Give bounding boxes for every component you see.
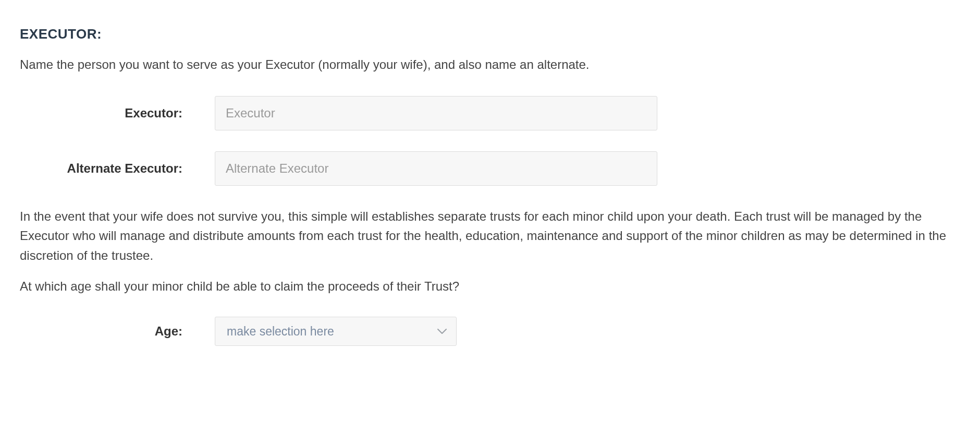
executor-input[interactable] xyxy=(215,96,657,130)
age-select-wrapper: make selection here xyxy=(215,317,457,346)
alternate-executor-input[interactable] xyxy=(215,151,657,186)
trust-description-text: In the event that your wife does not sur… xyxy=(20,207,960,265)
alternate-executor-label: Alternate Executor: xyxy=(20,161,215,176)
executor-row: Executor: xyxy=(20,96,960,130)
age-label: Age: xyxy=(20,324,215,339)
age-select[interactable]: make selection here xyxy=(215,317,457,346)
age-question-text: At which age shall your minor child be a… xyxy=(20,277,960,296)
executor-label: Executor: xyxy=(20,106,215,121)
alternate-executor-row: Alternate Executor: xyxy=(20,151,960,186)
age-row: Age: make selection here xyxy=(20,317,960,346)
section-heading: EXECUTOR: xyxy=(20,26,960,42)
executor-intro-text: Name the person you want to serve as you… xyxy=(20,55,960,74)
